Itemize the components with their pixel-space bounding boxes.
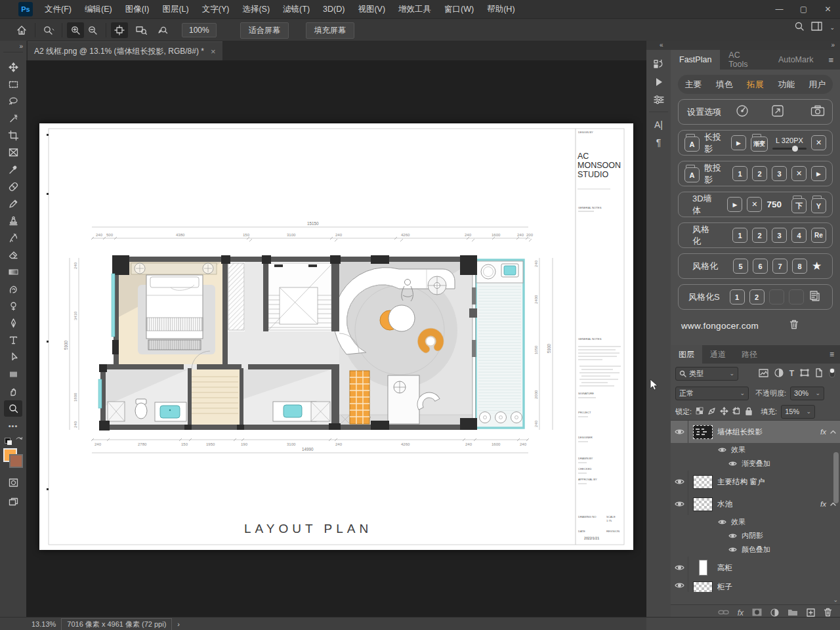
lock-position-icon[interactable]: [720, 407, 728, 417]
close-button[interactable]: ✕: [816, 0, 840, 18]
stylize-1-button[interactable]: 1: [732, 228, 747, 243]
lock-all-icon[interactable]: [745, 407, 753, 417]
stylizeS-2-button[interactable]: 2: [749, 289, 765, 304]
layers-scrollbar[interactable]: [833, 452, 839, 503]
fill-select[interactable]: 15%⌄: [781, 405, 815, 419]
wall3d-play-button[interactable]: ▶: [727, 197, 742, 212]
layer-thumbnail[interactable]: [693, 497, 713, 511]
lasso-tool[interactable]: [4, 93, 22, 110]
lock-transparency-icon[interactable]: [696, 407, 704, 416]
tab-fastplan[interactable]: FastPlan: [671, 50, 720, 70]
stylizeS-1-button[interactable]: 1: [730, 289, 745, 304]
zoom-all-windows-icon[interactable]: [133, 22, 150, 38]
menu-select[interactable]: 选择(S): [236, 0, 276, 18]
scatter-3-button[interactable]: 3: [772, 166, 787, 181]
layer-row-structure[interactable]: 主要结构 窗户: [671, 471, 840, 493]
blend-mode-select[interactable]: 正常⌄: [675, 387, 749, 400]
wall3d-y-button[interactable]: Y: [811, 198, 826, 213]
dodge-tool[interactable]: [4, 298, 22, 314]
pill-main[interactable]: 主要: [685, 79, 702, 91]
layer-name[interactable]: 水池: [717, 499, 732, 509]
maximize-button[interactable]: ▢: [791, 0, 816, 18]
type-tool[interactable]: [4, 332, 22, 348]
layer-name[interactable]: 柜子: [717, 582, 732, 592]
trash-icon[interactable]: [759, 319, 830, 332]
website-link[interactable]: www.fongocer.com: [681, 321, 759, 331]
layer-row-wall-shadow[interactable]: 墙体组长投影 fx: [671, 421, 840, 443]
scatter-2-button[interactable]: 2: [752, 166, 767, 181]
minimize-button[interactable]: —: [767, 0, 791, 18]
document-tab[interactable]: A2 线框.png @ 13.1% (墙体组长投影, RGB/8#) * ×: [28, 41, 222, 60]
scroll-down-icon[interactable]: ⌄: [833, 597, 838, 603]
resize-windows-icon[interactable]: [111, 22, 128, 38]
copy-pages-icon[interactable]: [808, 290, 820, 304]
scatter-swatch[interactable]: A: [684, 167, 700, 182]
filter-shape-icon[interactable]: [800, 369, 809, 378]
menu-window[interactable]: 窗口(W): [438, 0, 480, 18]
pill-user[interactable]: 用户: [808, 79, 826, 91]
scatter-clear-button[interactable]: ✕: [791, 166, 807, 181]
layer-mask-icon[interactable]: [752, 608, 762, 618]
gradient-tool[interactable]: [4, 264, 22, 280]
menu-filter[interactable]: 滤镜(T): [276, 0, 316, 18]
stylize-2-button[interactable]: 2: [752, 228, 767, 243]
background-color[interactable]: [9, 454, 23, 468]
status-zoom[interactable]: 13.13%: [32, 620, 56, 628]
color-swatches[interactable]: [3, 448, 23, 468]
zoom-in-icon[interactable]: [67, 22, 84, 38]
pen-tool[interactable]: [4, 315, 22, 331]
zoom-tool[interactable]: [4, 400, 22, 417]
link-layers-icon[interactable]: [718, 609, 729, 617]
filter-toggle[interactable]: [829, 368, 835, 379]
crop-tool[interactable]: [4, 127, 22, 144]
visibility-toggle[interactable]: [671, 556, 688, 579]
panel-menu-icon[interactable]: ≡: [822, 50, 840, 70]
document-canvas[interactable]: DESIGN BY AC MONSOON STUDIO GENERAL NOTE…: [26, 60, 646, 617]
eraser-tool[interactable]: [4, 247, 22, 263]
expand-box-icon[interactable]: [771, 104, 784, 119]
tab-close-icon[interactable]: ×: [211, 47, 216, 56]
layer-name[interactable]: 高柜: [717, 563, 732, 573]
smudge-tool[interactable]: [4, 281, 22, 297]
more-tools-icon[interactable]: •••: [4, 417, 22, 434]
actions-panel-icon[interactable]: [646, 73, 671, 91]
opacity-select[interactable]: 30%⌄: [790, 387, 824, 400]
lock-pixels-icon[interactable]: [707, 407, 716, 417]
pencil-tool[interactable]: [4, 196, 22, 212]
long-shadow-swatch[interactable]: A: [684, 136, 700, 152]
search-icon[interactable]: [794, 21, 805, 34]
stylize-7-button[interactable]: 7: [772, 259, 788, 274]
menu-edit[interactable]: 编辑(E): [78, 0, 119, 18]
tab-layers[interactable]: 图层: [671, 345, 702, 364]
dial-icon[interactable]: [735, 104, 749, 120]
stylize-5-button[interactable]: 5: [733, 259, 748, 274]
chevron-down-icon[interactable]: ⌄: [830, 24, 835, 31]
pill-function[interactable]: 功能: [778, 79, 795, 91]
tab-paths[interactable]: 路径: [734, 345, 765, 364]
long-shadow-slider[interactable]: L 320PX: [772, 136, 807, 150]
gradient-button[interactable]: 渐变: [751, 136, 768, 152]
path-select-tool[interactable]: [4, 349, 22, 366]
filter-image-icon[interactable]: [759, 369, 768, 379]
workspace-icon[interactable]: [811, 21, 823, 34]
hand-tool[interactable]: [4, 383, 22, 400]
filter-type-select[interactable]: 类型⌄: [675, 367, 738, 381]
screen-mode-icon[interactable]: [4, 494, 22, 510]
status-chevron-icon[interactable]: ›: [177, 620, 180, 628]
expand-panels-icon[interactable]: »: [831, 41, 835, 49]
history-panel-icon[interactable]: [646, 55, 671, 73]
visibility-toggle[interactable]: [671, 421, 688, 443]
scatter-play-button[interactable]: ▶: [811, 166, 826, 181]
layer-name[interactable]: 墙体组长投影: [717, 427, 763, 437]
visibility-toggle[interactable]: [671, 579, 688, 592]
scatter-1-button[interactable]: 1: [732, 166, 747, 181]
menu-plugins[interactable]: 增效工具: [392, 0, 438, 18]
new-group-icon[interactable]: [788, 608, 798, 618]
long-shadow-clear-button[interactable]: ✕: [811, 135, 826, 150]
paragraph-panel-icon[interactable]: ¶: [646, 133, 671, 151]
gradient-overlay-row[interactable]: 渐变叠加: [671, 457, 840, 471]
zoom-tool-icon[interactable]: [40, 22, 57, 38]
menu-layer[interactable]: 图层(L): [156, 0, 195, 18]
layer-row-cabinet[interactable]: 柜子: [671, 579, 840, 592]
wall3d-down-button[interactable]: 下: [791, 198, 807, 213]
